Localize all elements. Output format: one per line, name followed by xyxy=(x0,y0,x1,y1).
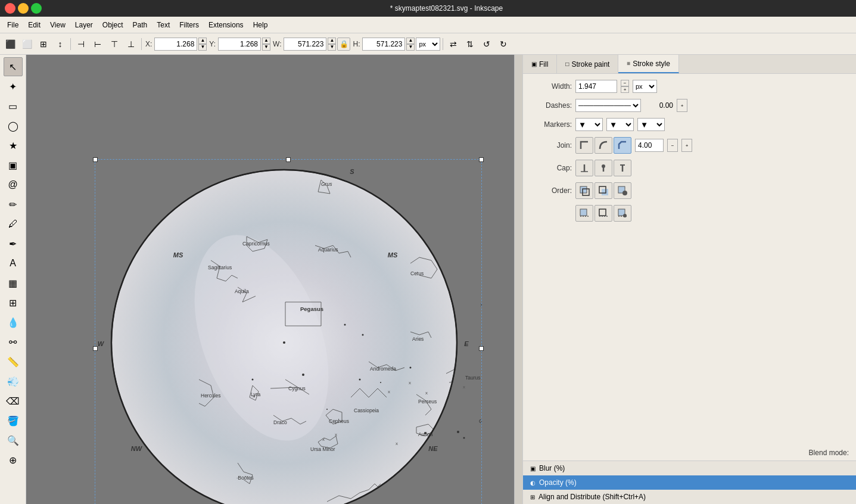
tool-ellipse[interactable]: ◯ xyxy=(4,116,23,135)
tool-text[interactable]: A xyxy=(4,254,23,273)
toolbar-align-left-btn[interactable]: ⊣ xyxy=(73,36,89,52)
dock-opacity[interactable]: ◐ Opacity (%) xyxy=(523,475,856,490)
order-stroke-fill-btn[interactable] xyxy=(594,182,612,199)
order-fill-stroke-markers-btn[interactable] xyxy=(614,182,631,199)
order-btn-6[interactable] xyxy=(614,205,631,222)
tab-stroke-style[interactable]: ≡ Stroke style xyxy=(618,55,679,73)
maximize-button[interactable] xyxy=(31,3,42,14)
width-step-up[interactable]: + xyxy=(621,86,629,93)
canvas-scrollbar[interactable] xyxy=(514,55,522,504)
canvas-area[interactable]: S N W E NW NE MS MS Grus Capricornus Aqu… xyxy=(26,55,522,504)
menu-edit[interactable]: Edit xyxy=(23,18,45,32)
round-cap-btn[interactable] xyxy=(594,160,612,176)
w-step-down[interactable]: ▼ xyxy=(328,44,336,51)
tool-mesh[interactable]: ⊞ xyxy=(4,293,23,312)
tab-fill[interactable]: ▣ Fill xyxy=(523,55,557,73)
y-step-down[interactable]: ▼ xyxy=(262,44,270,51)
tab-stroke-paint[interactable]: □ Stroke paint xyxy=(557,55,618,73)
tool-paint-bucket[interactable]: 🪣 xyxy=(4,411,23,430)
round-join-btn[interactable] xyxy=(594,137,612,154)
width-stepper[interactable]: − + xyxy=(621,80,629,93)
x-step-down[interactable]: ▼ xyxy=(198,44,207,51)
x-step-up[interactable]: ▲ xyxy=(198,38,207,44)
dashes-select[interactable]: ──────────── - - - - - - · · · · · · xyxy=(575,99,641,112)
join-value-input[interactable] xyxy=(635,139,664,152)
x-input[interactable] xyxy=(154,38,197,51)
svg-rect-72 xyxy=(580,209,587,216)
tool-zoom[interactable]: 🔍 xyxy=(4,431,23,450)
w-stepper[interactable]: ▲ ▼ xyxy=(328,38,336,51)
square-cap-btn[interactable] xyxy=(614,160,631,176)
tool-node[interactable]: ✦ xyxy=(4,77,23,96)
tool-star[interactable]: ★ xyxy=(4,136,23,155)
toolbar-flip-v[interactable]: ⇅ xyxy=(462,36,478,52)
w-step-up[interactable]: ▲ xyxy=(328,38,336,44)
tool-spray[interactable]: 💨 xyxy=(4,372,23,391)
bevel-join-btn[interactable] xyxy=(614,137,631,154)
h-stepper[interactable]: ▲ ▼ xyxy=(406,38,415,51)
toolbar-rotate-ccw[interactable]: ↺ xyxy=(479,36,494,52)
order-btn-4[interactable] xyxy=(575,205,593,222)
join-step-up[interactable]: + xyxy=(681,139,692,152)
close-button[interactable] xyxy=(5,3,15,14)
tool-eraser[interactable]: ⌫ xyxy=(4,391,23,410)
toolbar-nodes-btn[interactable]: ⬜ xyxy=(19,36,35,52)
tool-rect[interactable]: ▭ xyxy=(4,97,23,116)
y-stepper[interactable]: ▲ ▼ xyxy=(262,38,270,51)
marker-mid-select[interactable]: ▼ → none xyxy=(606,118,634,131)
tool-select[interactable]: ↖ xyxy=(4,57,23,76)
toolbar-z-btn[interactable]: ↕ xyxy=(52,36,68,52)
toolbar-transform-btn[interactable]: ⬛ xyxy=(2,36,18,52)
tool-pen[interactable]: 🖊 xyxy=(4,214,23,234)
menu-help[interactable]: Help xyxy=(248,18,273,32)
toolbar-flip-h[interactable]: ⇄ xyxy=(446,36,461,52)
h-step-up[interactable]: ▲ xyxy=(406,38,415,44)
tool-dropper[interactable]: 💧 xyxy=(4,313,23,332)
menu-extensions[interactable]: Extensions xyxy=(204,18,248,32)
lock-proportions-btn[interactable]: 🔒 xyxy=(337,38,350,51)
window-controls[interactable] xyxy=(5,3,42,14)
toolbar-clip-btn[interactable]: ⊞ xyxy=(36,36,51,52)
tool-3d[interactable]: ▣ xyxy=(4,155,23,175)
tool-calligraphy[interactable]: ✒ xyxy=(4,234,23,253)
minimize-button[interactable] xyxy=(18,3,29,14)
dock-align[interactable]: ⊞ Align and Distribute (Shift+Ctrl+A) xyxy=(523,490,856,504)
menu-text[interactable]: Text xyxy=(152,18,175,32)
miter-join-btn[interactable] xyxy=(575,137,593,154)
width-step-down[interactable]: − xyxy=(621,80,629,86)
tool-snap[interactable]: ⊕ xyxy=(4,450,23,469)
tool-spiral[interactable]: @ xyxy=(4,175,23,194)
skymap-canvas[interactable]: S N W E NW NE MS MS Grus Capricornus Aqu… xyxy=(95,159,482,504)
menu-layer[interactable]: Layer xyxy=(70,18,98,32)
marker-start-select[interactable]: ▼ → none xyxy=(575,118,603,131)
h-input[interactable] xyxy=(362,38,405,51)
menu-view[interactable]: View xyxy=(45,18,70,32)
order-btn-5[interactable] xyxy=(594,205,612,222)
width-input[interactable] xyxy=(575,80,617,93)
join-step-down[interactable]: − xyxy=(667,139,678,152)
tool-gradient[interactable]: ▦ xyxy=(4,273,23,293)
x-stepper[interactable]: ▲ ▼ xyxy=(198,38,207,51)
menu-filters[interactable]: Filters xyxy=(175,18,204,32)
menu-file[interactable]: File xyxy=(2,18,23,32)
toolbar-rotate-cw[interactable]: ↻ xyxy=(496,36,511,52)
tool-measure[interactable]: 📏 xyxy=(4,352,23,371)
y-input[interactable] xyxy=(218,38,261,51)
toolbar-align-top-btn[interactable]: ⊥ xyxy=(123,36,139,52)
width-unit-select[interactable]: px mm cm xyxy=(633,80,657,93)
menu-path[interactable]: Path xyxy=(128,18,152,32)
dock-blur[interactable]: ▣ Blur (%) xyxy=(523,461,856,475)
h-step-down[interactable]: ▼ xyxy=(406,44,415,51)
tool-pencil[interactable]: ✏ xyxy=(4,195,23,214)
menu-object[interactable]: Object xyxy=(98,18,128,32)
butt-cap-btn[interactable] xyxy=(575,160,593,176)
tool-connector[interactable]: ⚯ xyxy=(4,332,23,351)
marker-end-select[interactable]: ▼ → none xyxy=(637,118,665,131)
toolbar-align-center-btn[interactable]: ⊢ xyxy=(90,36,105,52)
dashes-step-up[interactable]: + xyxy=(677,99,687,112)
y-step-up[interactable]: ▲ xyxy=(262,38,270,44)
w-input[interactable] xyxy=(284,38,326,51)
order-fill-stroke-btn[interactable] xyxy=(575,182,593,199)
toolbar-align-right-btn[interactable]: ⊤ xyxy=(107,36,122,52)
unit-select[interactable]: px mm cm in xyxy=(416,38,440,51)
